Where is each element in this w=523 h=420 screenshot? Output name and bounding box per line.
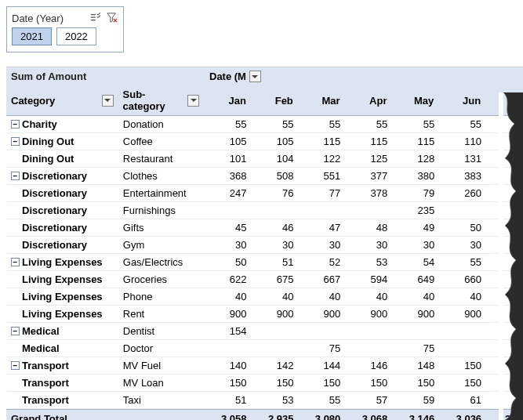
subcategory-cell: Donation <box>118 116 205 132</box>
value-cell <box>298 323 345 339</box>
value-cell-cutoff <box>486 288 523 305</box>
value-cell: 55 <box>298 392 345 408</box>
category-cell: Medical <box>6 340 118 357</box>
month-header-mar: Mar <box>298 85 345 115</box>
value-cell: 57 <box>345 392 392 408</box>
category-label: Dining Out <box>22 153 74 165</box>
subcategory-cell: Dentist <box>118 323 205 339</box>
column-field-dropdown[interactable] <box>249 71 261 82</box>
subcategory-cell: Doctor <box>118 340 205 357</box>
table-row: −CharityDonation555555555555 <box>6 116 523 133</box>
subcategory-cell: Gifts <box>118 219 205 236</box>
table-row: −MedicalDentist154 <box>6 323 523 340</box>
clear-filter-icon[interactable] <box>106 12 118 24</box>
value-cell: 75 <box>298 340 345 357</box>
subcategory-dropdown[interactable] <box>187 95 199 107</box>
collapse-icon[interactable]: − <box>11 361 20 370</box>
value-cell: 59 <box>392 392 439 408</box>
month-header-feb: Feb <box>251 85 298 115</box>
value-cell: 594 <box>345 271 392 288</box>
slicer-item-2022[interactable]: 2022 <box>56 27 96 45</box>
category-cell: Discretionary <box>6 219 118 236</box>
category-cell: −Discretionary <box>6 168 118 184</box>
value-cell: 30 <box>345 237 392 253</box>
category-cell: Living Expenses <box>6 306 118 322</box>
value-cell: 55 <box>205 116 252 132</box>
value-cell: 76 <box>252 185 299 201</box>
category-cell: Discretionary <box>6 202 118 219</box>
value-cell: 115 <box>298 133 345 150</box>
value-cell: 55 <box>392 116 439 132</box>
value-cell: 235 <box>392 202 439 219</box>
category-label: Medical <box>22 342 60 354</box>
value-cell <box>252 202 299 219</box>
value-cell: 52 <box>298 254 345 270</box>
value-cell: 383 <box>439 168 486 184</box>
value-cell: 40 <box>392 288 439 305</box>
value-cell: 30 <box>439 237 486 253</box>
table-row: Living ExpensesGroceries6226756675946496… <box>6 271 523 288</box>
table-row: DiscretionaryEntertainment24776773787926… <box>6 185 523 202</box>
category-label: Discretionary <box>22 222 87 234</box>
value-cell: 30 <box>252 237 299 253</box>
collapse-icon[interactable]: − <box>11 258 20 266</box>
subcategory-header: Sub-category <box>123 89 188 112</box>
subcategory-cell: Clothes <box>118 168 205 184</box>
value-cell: 380 <box>392 168 439 184</box>
measure-label: Sum of Amount <box>6 67 205 85</box>
value-cell: 49 <box>392 219 439 236</box>
value-cell: 45 <box>205 219 252 236</box>
value-cell: 40 <box>345 288 392 305</box>
value-cell: 900 <box>205 306 252 322</box>
value-cell: 105 <box>205 133 252 150</box>
grand-total-value: 3,058 <box>205 410 252 420</box>
subcategory-cell: Groceries <box>118 271 205 288</box>
value-cell: 40 <box>439 288 486 305</box>
value-cell: 140 <box>205 357 252 374</box>
grand-total-label: Grand Total <box>6 410 205 420</box>
value-cell: 53 <box>345 254 392 270</box>
date-year-slicer: Date (Year) 20212022 <box>6 6 124 52</box>
column-field-label: Date (M <box>209 71 246 82</box>
value-cell-cutoff <box>486 168 523 184</box>
value-cell: 378 <box>345 185 392 201</box>
value-cell: 55 <box>439 116 486 132</box>
multiselect-icon[interactable] <box>89 12 101 24</box>
value-cell <box>298 202 345 219</box>
value-cell: 122 <box>298 150 345 167</box>
table-row: DiscretionaryGym303030303030 <box>6 237 523 254</box>
category-dropdown[interactable] <box>102 95 114 107</box>
subcategory-cell: MV Loan <box>118 375 205 391</box>
value-cell: 30 <box>298 237 345 253</box>
value-cell: 77 <box>298 185 345 201</box>
category-cell: Discretionary <box>6 185 118 201</box>
value-cell <box>439 202 486 219</box>
value-cell: 377 <box>345 168 392 184</box>
category-cell: Dining Out <box>6 150 118 167</box>
category-label: Living Expenses <box>22 256 103 268</box>
value-cell: 30 <box>205 237 252 253</box>
value-cell-cutoff <box>486 254 523 270</box>
collapse-icon[interactable]: − <box>11 172 20 180</box>
table-row: TransportMV Loan150150150150150150 <box>6 375 523 392</box>
value-cell-cutoff <box>486 219 523 236</box>
value-cell: 115 <box>345 133 392 150</box>
value-cell: 900 <box>345 306 392 322</box>
slicer-title: Date (Year) <box>12 13 84 24</box>
value-cell <box>439 323 486 339</box>
subcategory-cell: Phone <box>118 288 205 305</box>
collapse-icon[interactable]: − <box>11 137 20 146</box>
value-cell: 40 <box>252 288 299 305</box>
collapse-icon[interactable]: − <box>11 327 20 335</box>
value-cell: 55 <box>345 116 392 132</box>
collapse-icon[interactable]: − <box>11 120 20 129</box>
table-row: −DiscretionaryClothes368508551377380383 <box>6 168 523 185</box>
slicer-item-2021[interactable]: 2021 <box>12 27 52 45</box>
table-row: Living ExpensesPhone404040404040 <box>6 288 523 306</box>
value-cell: 667 <box>298 271 345 288</box>
value-cell: 150 <box>345 375 392 391</box>
value-cell: 40 <box>205 288 252 305</box>
value-cell: 125 <box>345 150 392 167</box>
category-label: Discretionary <box>22 239 87 251</box>
value-cell: 30 <box>392 237 439 253</box>
